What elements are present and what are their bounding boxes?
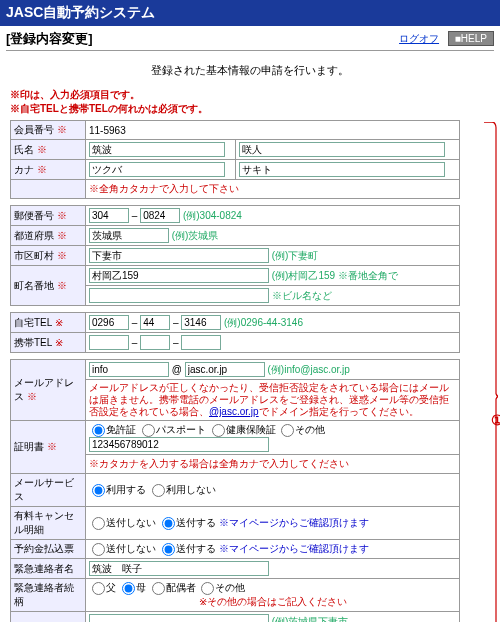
radio-id-2[interactable] (142, 424, 155, 437)
app-title: JASC自動予約システム (0, 0, 500, 26)
hint-mail: (例)info@jasc.or.jp (268, 364, 350, 375)
section-bracket (484, 122, 498, 622)
input-emerg-pref[interactable] (89, 614, 269, 622)
form-block-basic: 会員番号 ※ 11-5963 氏名 ※ カナ ※ ※全角カタカナで入力して下さい (10, 120, 460, 199)
kana-note: ※全角カタカナで入力して下さい (86, 180, 460, 199)
value-member-no: 11-5963 (89, 125, 126, 136)
form-block-mail: メールアドレス ※ @ (例)info@jasc.or.jp メールアドレスが正… (10, 359, 460, 622)
radio-pp-2[interactable] (162, 543, 175, 556)
input-mail-local[interactable] (89, 362, 169, 377)
label-postal: 郵便番号 (14, 210, 54, 221)
radio-ms-1[interactable] (92, 484, 105, 497)
cd-note: ※マイページからご確認頂けます (219, 517, 369, 528)
radio-ms-2[interactable] (152, 484, 165, 497)
radio-pp-1[interactable] (92, 543, 105, 556)
label-member-no: 会員番号 (14, 124, 54, 135)
input-telm1[interactable] (89, 335, 129, 350)
input-telm2[interactable] (140, 335, 170, 350)
input-city[interactable] (89, 248, 269, 263)
warning-required: ※印は、入力必須項目です。 (10, 88, 490, 102)
input-addr[interactable] (89, 268, 269, 283)
label-pref: 都道府県 (14, 230, 54, 241)
label-city: 市区町村 (14, 250, 54, 261)
hint-telh: (例)0296-44-3146 (224, 317, 303, 328)
label-id-doc: 証明書 (14, 441, 44, 452)
mail-note2: でドメイン指定を行ってください。 (259, 406, 419, 417)
input-postal2[interactable] (140, 208, 180, 223)
radio-id-4[interactable] (281, 424, 294, 437)
label-prepay: 予約金払込票 (14, 543, 74, 554)
warning-tel: ※自宅TELと携帯TELの何れかは必須です。 (10, 102, 490, 116)
hint-city: (例)下妻町 (272, 250, 319, 261)
input-id-number[interactable] (89, 437, 269, 452)
label-emerg-rel: 緊急連絡者続柄 (14, 582, 74, 607)
id-note: ※カタカナを入力する場合は全角カナで入力してください (86, 455, 460, 474)
label-emerg-name: 緊急連絡者名 (14, 563, 74, 574)
pp-note: ※マイページからご確認頂けます (219, 543, 369, 554)
input-building[interactable] (89, 288, 269, 303)
radio-cd-2[interactable] (162, 517, 175, 530)
input-mail-domain[interactable] (185, 362, 265, 377)
radio-rel-1[interactable] (92, 582, 105, 595)
hint-postal: (例)304-0824 (183, 210, 242, 221)
label-mail: メールアドレス (14, 377, 74, 402)
mail-domain-link[interactable]: @jasc.or.jp (209, 406, 259, 417)
input-postal1[interactable] (89, 208, 129, 223)
rel-note: ※その他の場合はご記入ください (199, 596, 347, 607)
lead-text: 登録された基本情報の申請を行います。 (0, 51, 500, 88)
label-mail-service: メールサービス (14, 477, 74, 502)
label-kana: カナ (14, 164, 34, 175)
input-pref[interactable] (89, 228, 169, 243)
label-tel-mobile: 携帯TEL (14, 337, 52, 348)
input-name-sei[interactable] (89, 142, 225, 157)
help-button[interactable]: ■HELP (448, 31, 494, 46)
hint-emerg-pref: (例)茨城県下妻市 (272, 616, 349, 622)
input-telh3[interactable] (181, 315, 221, 330)
radio-id-1[interactable] (92, 424, 105, 437)
label-cancel-detail: 有料キャンセル明細 (14, 510, 74, 535)
form-block-tel: 自宅TEL ※ – – (例)0296-44-3146 携帯TEL ※ – – (10, 312, 460, 353)
hint-pref: (例)茨城県 (172, 230, 219, 241)
label-name: 氏名 (14, 144, 34, 155)
label-tel-home: 自宅TEL (14, 317, 52, 328)
page-subtitle: [登録内容変更] (6, 30, 93, 48)
hint-building: ※ビル名など (272, 290, 332, 301)
input-telh2[interactable] (140, 315, 170, 330)
radio-rel-3[interactable] (152, 582, 165, 595)
input-kana-sei[interactable] (89, 162, 225, 177)
radio-rel-4[interactable] (201, 582, 214, 595)
radio-id-3[interactable] (212, 424, 225, 437)
input-telh1[interactable] (89, 315, 129, 330)
radio-cd-1[interactable] (92, 517, 105, 530)
input-name-mei[interactable] (239, 142, 445, 157)
input-kana-mei[interactable] (239, 162, 445, 177)
hint-addr: (例)村岡乙159 ※番地全角で (272, 270, 398, 281)
form-block-address: 郵便番号 ※ – (例)304-0824 都道府県 ※ (例)茨城県 市区町村 … (10, 205, 460, 306)
marker-1: ① (491, 412, 500, 428)
label-addr: 町名番地 (14, 280, 54, 291)
input-emerg-name[interactable] (89, 561, 269, 576)
radio-rel-2[interactable] (122, 582, 135, 595)
input-telm3[interactable] (181, 335, 221, 350)
logoff-link[interactable]: ログオフ (399, 33, 439, 44)
